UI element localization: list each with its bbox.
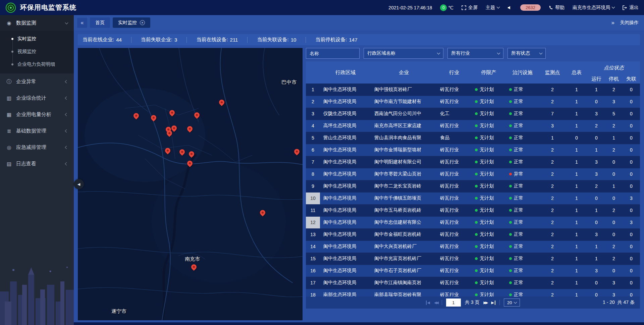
table-row[interactable]: 2阆中生态环境局阆中市南方节能建材有砖瓦行业无计划正常21030: [306, 96, 640, 108]
table-row[interactable]: 12阆中生态环境局阆中市忠信建材有限公砖瓦行业无计划正常21003: [306, 216, 640, 228]
sidebar-item-emergency-reduction[interactable]: ◎ 应急减排管理: [0, 139, 74, 156]
table-row[interactable]: 8阆中生态环境局阆中市枣碧大梁山页岩砖瓦行业无计划异常21300: [306, 168, 640, 180]
help-button[interactable]: 帮助: [549, 5, 565, 11]
sidebar-item-power-load-detail[interactable]: 企业电力负荷明细: [0, 58, 74, 71]
alarm-count-badge[interactable]: 2632: [520, 4, 541, 11]
table-row[interactable]: 9阆中生态环境局阆中市二龙长宝页岩砖砖瓦行业无计划正常21210: [306, 180, 640, 192]
table-row[interactable]: 10阆中生态环境局阆中市千佛镇五郎垭页砖瓦行业无计划正常21003: [306, 192, 640, 204]
sound-button[interactable]: [507, 5, 512, 10]
map-pin-icon[interactable]: [188, 150, 196, 158]
status-filter-select[interactable]: 所有状态: [507, 48, 546, 59]
sidebar-item-enterprise-statistics[interactable]: ▥ 企业综合统计: [0, 90, 74, 106]
map-pin-icon[interactable]: [190, 263, 198, 271]
map-pin-icon[interactable]: [259, 209, 267, 217]
row-number: 10: [306, 192, 320, 204]
col-header-index: [306, 61, 320, 84]
chevron-down-icon: [539, 51, 543, 54]
org-dropdown[interactable]: 南充市生态环境局: [573, 5, 614, 11]
sidebar-item-base-data[interactable]: ≣ 基础数据管理: [0, 123, 74, 139]
map-pin-icon[interactable]: [168, 109, 176, 117]
map-pin-icon[interactable]: [186, 125, 194, 132]
sidebar-item-realtime-monitor[interactable]: 实时监控: [0, 33, 74, 45]
tabs-scroll-right-icon[interactable]: »: [611, 19, 614, 26]
sidebar-item-data-monitoring[interactable]: ◉ 数据监测: [0, 15, 74, 31]
sidebar-item-enterprise-abnormal[interactable]: ⓘ 企业异常: [0, 73, 74, 90]
table-row[interactable]: 1阆中生态环境局阆中强锐页岩砖厂砖瓦行业无计划正常21120: [306, 84, 640, 96]
tabs-scroll-left-icon[interactable]: «: [77, 18, 87, 28]
theme-dropdown[interactable]: 主题: [486, 5, 499, 11]
table-row[interactable]: 7阆中生态环境局阆中明阳建材有限公司砖瓦行业无计划正常21300: [306, 156, 640, 168]
table-row[interactable]: 6阆中生态环境局阆中市金博瑞新型墙材砖瓦行业无计划正常21120: [306, 144, 640, 156]
table-row[interactable]: 5营山生态环境局营山县润丰肉食品有限食品无计划正常10010: [306, 132, 640, 144]
region-filter-select[interactable]: 行政区域名称: [364, 48, 443, 59]
sidebar-item-video-monitor[interactable]: 视频监控: [0, 45, 74, 58]
cell-run: 1: [588, 240, 605, 253]
tab-home[interactable]: 首页: [90, 17, 110, 28]
temperature-badge: 0: [440, 4, 447, 11]
cell-industry: 砖瓦行业: [437, 240, 472, 253]
cell-district: 阆中生态环境局: [320, 240, 371, 253]
map[interactable]: 巴中市南充市遂宁市: [78, 48, 303, 320]
fullscreen-button[interactable]: 全屏: [462, 5, 478, 11]
map-pin-icon[interactable]: [150, 114, 158, 122]
map-pin-icon[interactable]: [186, 160, 194, 167]
cell-meters: 1: [566, 144, 588, 156]
map-pin-icon[interactable]: [218, 98, 225, 106]
status-dot-icon: [509, 197, 512, 200]
col-header-run: 运行: [588, 74, 605, 84]
last-page-button[interactable]: [491, 301, 495, 305]
table-row[interactable]: 15阆中生态环境局阆中市光富页岩机砖厂砖瓦行业无计划正常21120: [306, 253, 640, 265]
next-page-button[interactable]: [484, 301, 487, 305]
cell-lost: 0: [623, 228, 640, 240]
cell-lost: 0: [623, 120, 640, 132]
status-dot-icon: [475, 185, 478, 187]
cell-stop: 0: [605, 265, 623, 277]
first-page-button[interactable]: [426, 301, 430, 305]
cell-run: 3: [588, 228, 605, 240]
table-row[interactable]: 13阆中生态环境局阆中市金福旺页岩机砖砖瓦行业无计划正常21300: [306, 228, 640, 240]
tab-realtime-monitor[interactable]: 实时监控 ✕: [113, 17, 150, 28]
cell-company: 阆中市千佛镇五郎垭页: [371, 192, 437, 204]
table-row[interactable]: 18南部生态环境局南部县瑞华页岩砖有限砖瓦行业无计划正常21030: [306, 289, 640, 296]
collapse-sidebar-button[interactable]: ◀: [74, 179, 84, 189]
pagination-summary: 1 - 20 共 47 条: [520, 300, 635, 306]
map-pin-icon[interactable]: [170, 124, 178, 132]
col-header-stop: 停机: [605, 74, 623, 84]
page-number-input[interactable]: [446, 299, 461, 307]
table-row[interactable]: 11阆中生态环境局阆中市五马桥页岩机砖砖瓦行业无计划正常21120: [306, 204, 640, 216]
table-row[interactable]: 16阆中生态环境局阆中市石子页岩机砖厂砖瓦行业无计划正常21300: [306, 265, 640, 277]
sidebar-item-power-analysis[interactable]: ▦ 企业用电量分析: [0, 106, 74, 123]
cell-stop: 2: [605, 144, 623, 156]
status-dot-icon: [475, 269, 478, 272]
prev-page-button[interactable]: [434, 301, 438, 305]
table-row[interactable]: 14阆中生态环境局阆中大兴页岩机砖厂砖瓦行业无计划正常21120: [306, 240, 640, 253]
map-pin-icon[interactable]: [132, 112, 140, 120]
industry-filter-select[interactable]: 所有行业: [447, 48, 503, 59]
cell-stop: 2: [605, 240, 623, 253]
logout-button[interactable]: 退出: [623, 5, 639, 11]
pagination-bar: 共 3 页 20 1 - 20 共 47 条: [306, 296, 640, 309]
name-filter-input[interactable]: [306, 48, 360, 59]
cell-stop: 1: [605, 180, 623, 192]
cell-facility: 正常: [506, 228, 539, 240]
page-size-select[interactable]: 20: [504, 299, 520, 307]
map-pin-icon[interactable]: [164, 147, 172, 155]
sidebar-item-log-view[interactable]: ▤ 日志查看: [0, 156, 74, 172]
close-operations-button[interactable]: 关闭操作: [620, 20, 639, 26]
gauge-icon: ◉: [6, 20, 12, 26]
table-row[interactable]: 4高坪生态环境局南充市高坪区王家店建砖瓦行业无计划正常31220: [306, 120, 640, 132]
table-row[interactable]: 3仪陇生态环境局西南油气田分公司川中化工无计划正常71350: [306, 108, 640, 120]
cell-district: 阆中生态环境局: [320, 277, 371, 289]
cell-limit: 无计划: [472, 240, 506, 253]
status-dot-icon: [475, 124, 478, 127]
map-pin-icon[interactable]: [293, 148, 301, 155]
status-dot-icon: [475, 197, 478, 200]
tab-close-icon[interactable]: ✕: [140, 20, 145, 25]
cell-meters: 1: [566, 156, 588, 168]
table-row[interactable]: 17阆中生态环境局阆中市江南镇阆南页岩砖瓦行业无计划正常21030: [306, 277, 640, 289]
cell-run: 0: [588, 132, 605, 144]
map-pin-icon[interactable]: [178, 148, 186, 156]
map-pin-icon[interactable]: [193, 111, 201, 119]
cell-industry: 砖瓦行业: [437, 265, 472, 277]
chevron-down-icon: [497, 51, 500, 54]
